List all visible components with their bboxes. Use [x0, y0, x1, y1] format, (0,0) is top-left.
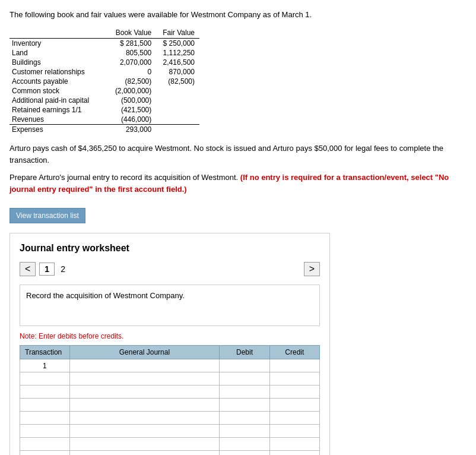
table-fair-3: 870,000: [156, 67, 199, 77]
values-table: Book Value Fair Value Inventory$ 281,500…: [9, 27, 199, 134]
journal-transaction-6: [20, 438, 70, 451]
view-transaction-button[interactable]: View transaction list: [9, 208, 85, 223]
journal-debit-input-5[interactable]: [223, 427, 265, 435]
journal-debit-input-3[interactable]: [223, 401, 265, 409]
journal-credit-4[interactable]: [269, 412, 319, 425]
table-book-2: 2,070,000: [109, 58, 157, 67]
journal-credit-input-1[interactable]: [274, 375, 316, 383]
intro-text: The following book and fair values were …: [9, 10, 467, 20]
description2-block: Prepare Arturo's journal entry to record…: [9, 172, 467, 195]
journal-debit-input-1[interactable]: [223, 375, 265, 383]
journal-general-input-0[interactable]: [74, 362, 216, 370]
worksheet-description-text: Record the acquisition of Westmont Compa…: [26, 291, 185, 300]
table-label-8: Revenues: [9, 115, 109, 125]
journal-debit-5[interactable]: [220, 425, 269, 438]
description2-text: Prepare Arturo's journal entry to record…: [9, 173, 240, 182]
table-label-2: Buildings: [9, 58, 109, 67]
journal-debit-4[interactable]: [220, 412, 269, 425]
worksheet-title: Journal entry worksheet: [20, 243, 320, 254]
table-row: [20, 412, 320, 425]
journal-credit-input-2[interactable]: [274, 388, 316, 396]
table-label-5: Common stock: [9, 86, 109, 96]
journal-debit-0[interactable]: [220, 359, 269, 372]
journal-general-2[interactable]: [69, 386, 220, 399]
table-label-3: Customer relationships: [9, 67, 109, 77]
journal-transaction-0: 1: [20, 359, 70, 372]
debit-header: Debit: [220, 346, 269, 359]
values-table-wrapper: Book Value Fair Value Inventory$ 281,500…: [9, 27, 467, 134]
table-row: 1: [20, 359, 320, 372]
journal-general-0[interactable]: [69, 359, 220, 372]
journal-debit-3[interactable]: [220, 399, 269, 412]
journal-credit-input-0[interactable]: [274, 362, 316, 370]
journal-credit-2[interactable]: [269, 386, 319, 399]
table-label-6: Additional paid-in capital: [9, 96, 109, 105]
journal-table: Transaction General Journal Debit Credit…: [20, 345, 320, 455]
table-fair-5: [156, 86, 199, 96]
worksheet-container: Journal entry worksheet < 1 2 > Record t…: [9, 233, 330, 455]
table-label-9: Expenses: [9, 125, 109, 135]
journal-general-input-5[interactable]: [74, 427, 216, 435]
nav-left-button[interactable]: <: [20, 262, 36, 276]
journal-debit-input-0[interactable]: [223, 362, 265, 370]
journal-transaction-7: [20, 451, 70, 455]
journal-debit-6[interactable]: [220, 438, 269, 451]
table-row: [20, 386, 320, 399]
table-row: [20, 425, 320, 438]
table-fair-1: 1,112,250: [156, 48, 199, 58]
journal-general-7[interactable]: [69, 451, 220, 455]
credit-header: Credit: [269, 346, 319, 359]
table-book-1: 805,500: [109, 48, 157, 58]
journal-debit-1[interactable]: [220, 372, 269, 386]
table-book-8: (446,000): [109, 115, 157, 125]
journal-credit-input-5[interactable]: [274, 427, 316, 435]
journal-general-3[interactable]: [69, 399, 220, 412]
journal-credit-3[interactable]: [269, 399, 319, 412]
journal-debit-2[interactable]: [220, 386, 269, 399]
journal-debit-input-2[interactable]: [223, 388, 265, 396]
journal-general-input-6[interactable]: [74, 440, 216, 448]
journal-debit-7[interactable]: [220, 451, 269, 455]
table-label-4: Accounts payable: [9, 77, 109, 86]
table-fair-4: (82,500): [156, 77, 199, 86]
journal-transaction-3: [20, 399, 70, 412]
table-book-3: 0: [109, 67, 157, 77]
journal-credit-7[interactable]: [269, 451, 319, 455]
journal-general-input-1[interactable]: [74, 375, 216, 383]
table-book-9: 293,000: [109, 125, 157, 135]
table-book-6: (500,000): [109, 96, 157, 105]
table-book-0: $ 281,500: [109, 39, 157, 49]
journal-general-6[interactable]: [69, 438, 220, 451]
journal-transaction-1: [20, 372, 70, 386]
table-book-5: (2,000,000): [109, 86, 157, 96]
table-fair-6: [156, 96, 199, 105]
journal-credit-input-4[interactable]: [274, 414, 316, 422]
book-value-header: Book Value: [109, 27, 157, 39]
journal-credit-5[interactable]: [269, 425, 319, 438]
journal-general-input-3[interactable]: [74, 401, 216, 409]
journal-general-4[interactable]: [69, 412, 220, 425]
page-next: 2: [58, 263, 68, 275]
nav-right-button[interactable]: >: [304, 262, 320, 276]
journal-debit-input-4[interactable]: [223, 414, 265, 422]
transaction-header: Transaction: [20, 346, 70, 359]
journal-general-5[interactable]: [69, 425, 220, 438]
description1: Arturo pays cash of $4,365,250 to acquir…: [9, 143, 467, 166]
table-row: [20, 372, 320, 386]
journal-general-input-4[interactable]: [74, 414, 216, 422]
journal-credit-input-3[interactable]: [274, 401, 316, 409]
journal-debit-input-6[interactable]: [223, 440, 265, 448]
journal-general-1[interactable]: [69, 372, 220, 386]
fair-value-header: Fair Value: [156, 27, 199, 39]
journal-credit-0[interactable]: [269, 359, 319, 372]
table-row: [20, 399, 320, 412]
journal-credit-1[interactable]: [269, 372, 319, 386]
table-fair-0: $ 250,000: [156, 39, 199, 49]
table-book-7: (421,500): [109, 105, 157, 115]
general-journal-header: General Journal: [69, 346, 220, 359]
journal-credit-input-6[interactable]: [274, 440, 316, 448]
journal-credit-6[interactable]: [269, 438, 319, 451]
table-fair-2: 2,416,500: [156, 58, 199, 67]
journal-transaction-4: [20, 412, 70, 425]
journal-general-input-2[interactable]: [74, 388, 216, 396]
